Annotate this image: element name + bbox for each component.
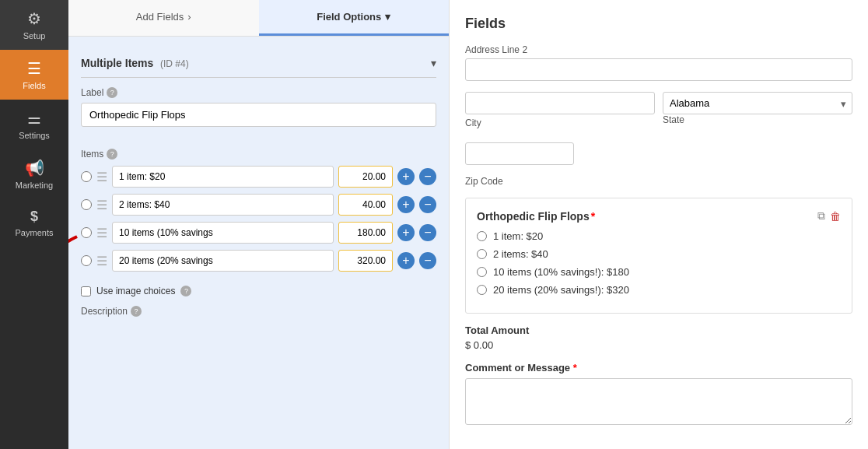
product-actions: ⧉ 🗑 xyxy=(817,209,841,223)
product-radio-4[interactable] xyxy=(477,285,487,295)
add-item-btn-2[interactable]: + xyxy=(397,196,415,213)
tab-field-options-label: Field Options xyxy=(317,11,381,23)
items-section: Items ? ☰ + − ☰ + xyxy=(81,149,436,272)
remove-item-btn-2[interactable]: − xyxy=(419,196,436,213)
gear-icon: ⚙ xyxy=(27,9,41,28)
use-image-row: Use image choices ? xyxy=(81,282,436,296)
label-input[interactable] xyxy=(81,103,436,127)
tab-add-fields-label: Add Fields xyxy=(136,11,184,23)
add-item-btn-3[interactable]: + xyxy=(397,224,415,241)
state-group: Alabama Alaska Arizona State xyxy=(663,92,852,132)
multiple-items-header: Multiple Items (ID #4) ▾ xyxy=(81,49,436,78)
drag-handle-2[interactable]: ☰ xyxy=(96,198,107,212)
sidebar-item-marketing[interactable]: 📢 Marketing xyxy=(0,149,68,199)
tab-add-fields[interactable]: Add Fields › xyxy=(68,0,259,36)
tab-field-options-arrow: ▾ xyxy=(385,11,390,23)
sidebar-item-setup[interactable]: ⚙ Setup xyxy=(0,0,68,50)
label-help-icon[interactable]: ? xyxy=(107,87,117,98)
comment-section: Comment or Message * xyxy=(465,362,852,427)
fields-icon: ☰ xyxy=(27,59,41,78)
tabs-bar: Add Fields › Field Options ▾ xyxy=(68,0,449,37)
tab-field-options[interactable]: Field Options ▾ xyxy=(259,0,450,36)
product-option-2: 2 items: $40 xyxy=(477,248,841,260)
sidebar-item-label: Fields xyxy=(23,81,45,90)
product-radio-1[interactable] xyxy=(477,231,487,241)
sidebar-item-settings[interactable]: ⚌ Settings xyxy=(0,100,68,149)
add-item-btn-1[interactable]: + xyxy=(397,168,415,185)
product-radio-3[interactable] xyxy=(477,267,487,277)
sidebar-item-label: Payments xyxy=(16,228,54,237)
use-image-label: Use image choices xyxy=(96,286,175,296)
product-title-row: Orthopedic Flip Flops * ⧉ 🗑 xyxy=(477,209,841,223)
left-panel: Add Fields › Field Options ▾ Multiple It… xyxy=(68,0,450,449)
items-help-icon[interactable]: ? xyxy=(107,149,117,160)
item-row-4-container: ☰ + − xyxy=(81,250,436,272)
multiple-items-title: Multiple Items (ID #4) xyxy=(81,57,189,69)
city-state-row: City Alabama Alaska Arizona State xyxy=(465,92,852,132)
multiple-items-collapse[interactable]: ▾ xyxy=(431,57,436,69)
remove-item-btn-1[interactable]: − xyxy=(419,168,436,185)
sidebar-item-fields[interactable]: ☰ Fields xyxy=(0,50,68,100)
use-image-help-icon[interactable]: ? xyxy=(180,286,191,296)
comment-label: Comment or Message * xyxy=(465,362,852,374)
delete-btn[interactable]: 🗑 xyxy=(830,209,841,223)
address-line2-group: Address Line 2 xyxy=(465,44,852,81)
sidebar-item-payments[interactable]: $ Payments xyxy=(0,199,68,247)
form-panel: Multiple Items (ID #4) ▾ Label ? Items ? xyxy=(68,37,449,449)
right-panel: Fields Address Line 2 City Alabama Alask… xyxy=(450,0,868,449)
city-input[interactable] xyxy=(465,92,655,114)
add-item-btn-4[interactable]: + xyxy=(397,252,415,269)
total-amount: $ 0.00 xyxy=(465,339,852,351)
item-name-input-1[interactable] xyxy=(112,166,334,188)
item-name-input-3[interactable] xyxy=(112,222,334,244)
item-radio-1[interactable] xyxy=(81,171,92,182)
remove-item-btn-4[interactable]: − xyxy=(419,252,436,269)
drag-handle-3[interactable]: ☰ xyxy=(96,226,107,240)
comment-textarea[interactable] xyxy=(465,378,852,425)
total-section: Total Amount $ 0.00 xyxy=(465,324,852,351)
main-content: Add Fields › Field Options ▾ Multiple It… xyxy=(68,0,868,449)
sidebar-item-label: Setup xyxy=(23,31,46,40)
state-select[interactable]: Alabama Alaska Arizona xyxy=(663,92,852,114)
address-line2-input[interactable] xyxy=(465,58,852,81)
settings-icon: ⚌ xyxy=(27,109,41,128)
item-row: ☰ + − xyxy=(81,166,436,188)
address-line2-label: Address Line 2 xyxy=(465,44,852,55)
item-row: ☰ + − xyxy=(81,222,436,244)
product-option-3: 10 items (10% savings!): $180 xyxy=(477,266,841,278)
item-price-input-3[interactable] xyxy=(338,222,393,244)
payments-icon: $ xyxy=(30,209,38,225)
total-label: Total Amount xyxy=(465,324,852,336)
product-section: Orthopedic Flip Flops * ⧉ 🗑 1 item: $20 … xyxy=(465,198,852,314)
sidebar-item-label: Marketing xyxy=(16,181,53,190)
red-arrow-indicator xyxy=(68,233,89,295)
item-price-input-2[interactable] xyxy=(338,194,393,216)
fields-title: Fields xyxy=(465,16,852,32)
drag-handle-1[interactable]: ☰ xyxy=(96,170,107,184)
remove-item-btn-3[interactable]: − xyxy=(419,224,436,241)
label-group: Label ? xyxy=(81,87,436,138)
item-name-input-2[interactable] xyxy=(112,194,334,216)
product-option-4: 20 items (20% savings!): $320 xyxy=(477,284,841,296)
product-option-1: 1 item: $20 xyxy=(477,230,841,242)
zip-group: Zip Code xyxy=(465,142,852,187)
product-title-text: Orthopedic Flip Flops * xyxy=(477,210,595,223)
description-label: Description ? xyxy=(81,306,436,317)
item-price-input-4[interactable] xyxy=(338,250,393,272)
item-radio-2[interactable] xyxy=(81,199,92,210)
required-star: * xyxy=(591,210,595,223)
item-name-input-4[interactable] xyxy=(112,250,334,272)
comment-required-star: * xyxy=(573,362,577,374)
drag-handle-4[interactable]: ☰ xyxy=(96,254,107,268)
sidebar: ⚙ Setup ☰ Fields ⚌ Settings 📢 Marketing … xyxy=(0,0,68,449)
items-label: Items ? xyxy=(81,149,436,160)
duplicate-btn[interactable]: ⧉ xyxy=(817,209,825,223)
item-row: ☰ + − xyxy=(81,250,436,272)
zip-input[interactable] xyxy=(465,142,574,165)
description-help-icon[interactable]: ? xyxy=(131,306,142,317)
item-price-input-1[interactable] xyxy=(338,166,393,188)
marketing-icon: 📢 xyxy=(25,159,44,177)
product-radio-2[interactable] xyxy=(477,249,487,259)
zip-label: Zip Code xyxy=(465,176,852,187)
item-row: ☰ + − xyxy=(81,194,436,216)
